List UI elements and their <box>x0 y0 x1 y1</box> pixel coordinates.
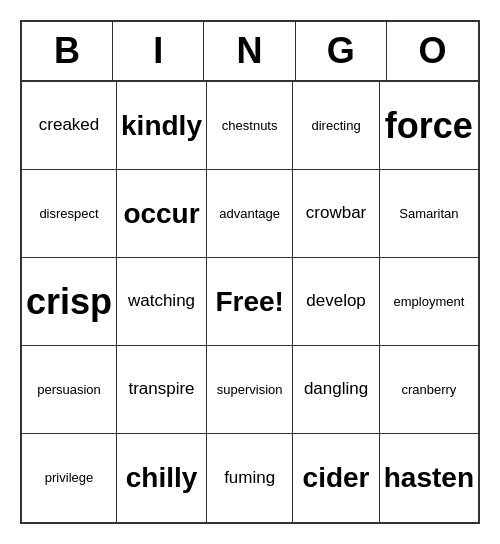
bingo-cell-11: watching <box>117 258 207 346</box>
header-letter-O: O <box>387 22 478 80</box>
bingo-cell-5: disrespect <box>22 170 117 258</box>
cell-text-23: cider <box>303 461 370 495</box>
bingo-cell-4: force <box>380 82 478 170</box>
header-letter-I: I <box>113 22 204 80</box>
header-letter-G: G <box>296 22 387 80</box>
bingo-card: BINGO creakedkindlychestnutsdirectingfor… <box>20 20 480 524</box>
cell-text-5: disrespect <box>39 206 98 222</box>
cell-text-15: persuasion <box>37 382 101 398</box>
bingo-cell-21: chilly <box>117 434 207 522</box>
cell-text-8: crowbar <box>306 203 366 223</box>
bingo-cell-12: Free! <box>207 258 293 346</box>
bingo-cell-16: transpire <box>117 346 207 434</box>
cell-text-18: dangling <box>304 379 368 399</box>
cell-text-12: Free! <box>215 285 283 319</box>
cell-text-24: hasten <box>384 461 474 495</box>
cell-text-20: privilege <box>45 470 93 486</box>
bingo-cell-22: fuming <box>207 434 293 522</box>
bingo-header: BINGO <box>22 22 478 82</box>
cell-text-0: creaked <box>39 115 99 135</box>
bingo-cell-9: Samaritan <box>380 170 478 258</box>
cell-text-22: fuming <box>224 468 275 488</box>
cell-text-6: occur <box>123 197 199 231</box>
bingo-cell-8: crowbar <box>293 170 379 258</box>
cell-text-16: transpire <box>128 379 194 399</box>
cell-text-7: advantage <box>219 206 280 222</box>
bingo-cell-23: cider <box>293 434 379 522</box>
header-letter-N: N <box>204 22 295 80</box>
bingo-cell-14: employment <box>380 258 478 346</box>
bingo-cell-3: directing <box>293 82 379 170</box>
bingo-cell-2: chestnuts <box>207 82 293 170</box>
cell-text-9: Samaritan <box>399 206 458 222</box>
cell-text-11: watching <box>128 291 195 311</box>
cell-text-17: supervision <box>217 382 283 398</box>
cell-text-2: chestnuts <box>222 118 278 134</box>
bingo-cell-15: persuasion <box>22 346 117 434</box>
bingo-cell-13: develop <box>293 258 379 346</box>
bingo-cell-24: hasten <box>380 434 478 522</box>
cell-text-3: directing <box>311 118 360 134</box>
cell-text-21: chilly <box>126 461 198 495</box>
bingo-cell-18: dangling <box>293 346 379 434</box>
bingo-cell-20: privilege <box>22 434 117 522</box>
cell-text-13: develop <box>306 291 366 311</box>
bingo-grid: creakedkindlychestnutsdirectingforcedisr… <box>22 82 478 522</box>
header-letter-B: B <box>22 22 113 80</box>
cell-text-10: crisp <box>26 280 112 323</box>
bingo-cell-1: kindly <box>117 82 207 170</box>
cell-text-4: force <box>385 104 473 147</box>
cell-text-19: cranberry <box>401 382 456 398</box>
bingo-cell-0: creaked <box>22 82 117 170</box>
cell-text-1: kindly <box>121 109 202 143</box>
bingo-cell-6: occur <box>117 170 207 258</box>
cell-text-14: employment <box>393 294 464 310</box>
bingo-cell-17: supervision <box>207 346 293 434</box>
bingo-cell-10: crisp <box>22 258 117 346</box>
bingo-cell-7: advantage <box>207 170 293 258</box>
bingo-cell-19: cranberry <box>380 346 478 434</box>
